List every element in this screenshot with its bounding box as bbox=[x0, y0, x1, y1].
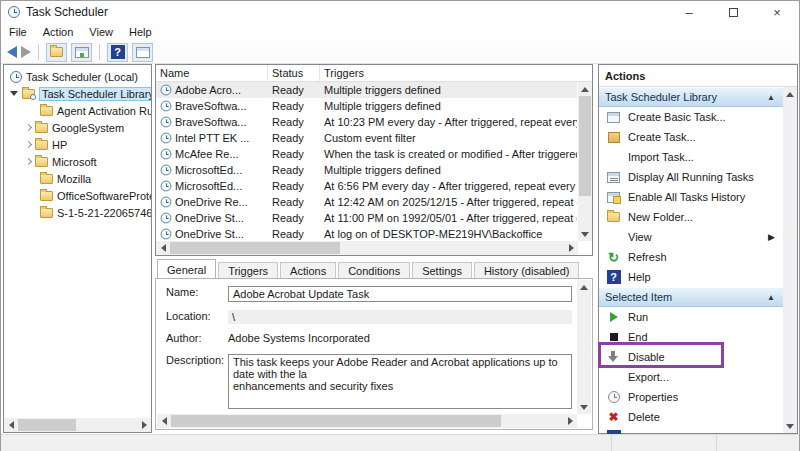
scroll-left-icon[interactable] bbox=[4, 418, 18, 432]
minimize-button[interactable]: – bbox=[667, 1, 711, 23]
scrollbar-thumb[interactable] bbox=[579, 96, 591, 196]
tab-triggers[interactable]: Triggers bbox=[218, 262, 278, 278]
tab-settings[interactable]: Settings bbox=[412, 262, 472, 278]
tree-item-root[interactable]: Task Scheduler (Local) bbox=[4, 68, 151, 85]
tree-item-agent-activation[interactable]: Agent Activation Runt bbox=[4, 102, 151, 119]
action-display-running-tasks[interactable]: Display All Running Tasks bbox=[599, 167, 783, 187]
details-vertical-scrollbar[interactable] bbox=[577, 280, 591, 414]
action-import-task[interactable]: Import Task... bbox=[599, 147, 783, 167]
task-list-horizontal-scrollbar[interactable] bbox=[156, 241, 578, 255]
column-header-status[interactable]: Status bbox=[268, 65, 320, 81]
scroll-right-icon[interactable] bbox=[563, 414, 577, 428]
task-triggers: Multiple triggers defined bbox=[320, 164, 577, 176]
tree-item-mozilla[interactable]: Mozilla bbox=[4, 170, 151, 187]
table-row[interactable]: OneDrive St... Ready At log on of DESKTO… bbox=[156, 226, 577, 241]
tree-item-googlesystem[interactable]: GoogleSystem bbox=[4, 119, 151, 136]
scrollbar-thumb[interactable] bbox=[170, 242, 340, 254]
chevron-collapsed-icon[interactable] bbox=[25, 158, 32, 165]
action-view[interactable]: View ▶ bbox=[599, 227, 783, 247]
tree-item-hp[interactable]: HP bbox=[4, 136, 151, 153]
column-header-triggers[interactable]: Triggers bbox=[320, 65, 577, 81]
scroll-right-icon[interactable] bbox=[564, 241, 578, 255]
action-help[interactable]: ? Help bbox=[599, 267, 783, 287]
close-button[interactable]: × bbox=[755, 1, 799, 23]
table-row[interactable]: Intel PTT EK ... Ready Custom event filt… bbox=[156, 130, 577, 146]
tab-conditions[interactable]: Conditions bbox=[338, 262, 410, 278]
action-new-folder[interactable]: New Folder... bbox=[599, 207, 783, 227]
task-name: Intel PTT EK ... bbox=[175, 132, 249, 144]
action-create-task[interactable]: Create Task... bbox=[599, 127, 783, 147]
chevron-collapsed-icon[interactable] bbox=[25, 124, 32, 131]
forward-icon[interactable] bbox=[21, 46, 31, 58]
table-row[interactable]: BraveSoftwa... Ready At 10:23 PM every d… bbox=[156, 114, 577, 130]
column-header-name[interactable]: Name bbox=[156, 65, 268, 81]
table-row[interactable]: MicrosoftEd... Ready Multiple triggers d… bbox=[156, 162, 577, 178]
actions-vertical-scrollbar[interactable] bbox=[783, 87, 797, 433]
menu-help[interactable]: Help bbox=[121, 24, 160, 40]
section-header-library[interactable]: Task Scheduler Library ▲ bbox=[599, 87, 783, 107]
toolbar-help-button[interactable]: ? bbox=[107, 43, 128, 62]
task-scheduler-window: Task Scheduler – × File Action View Help… bbox=[0, 0, 800, 451]
scroll-down-icon[interactable] bbox=[577, 400, 591, 414]
details-horizontal-scrollbar[interactable] bbox=[157, 414, 577, 428]
back-icon[interactable] bbox=[7, 46, 17, 58]
menu-view[interactable]: View bbox=[81, 24, 121, 40]
action-end[interactable]: End bbox=[599, 327, 783, 347]
show-console-tree-button[interactable] bbox=[71, 43, 92, 62]
scroll-left-icon[interactable] bbox=[157, 414, 171, 428]
tree-item-sid[interactable]: S-1-5-21-2206574608- bbox=[4, 204, 151, 221]
action-label: Help bbox=[628, 271, 651, 283]
maximize-button[interactable] bbox=[711, 1, 755, 23]
actions-pane-title: Actions bbox=[599, 65, 797, 87]
tab-history[interactable]: History (disabled) bbox=[474, 262, 580, 278]
chevron-expanded-icon[interactable] bbox=[10, 91, 18, 96]
action-enable-history[interactable]: Enable All Tasks History bbox=[599, 187, 783, 207]
table-row[interactable]: McAfee Re... Ready When the task is crea… bbox=[156, 146, 577, 162]
action-properties[interactable]: Properties bbox=[599, 387, 783, 407]
tree-horizontal-scrollbar[interactable] bbox=[4, 418, 151, 432]
task-clock-icon bbox=[161, 181, 172, 192]
show-action-pane-button[interactable] bbox=[132, 43, 153, 62]
scrollbar-thumb[interactable] bbox=[18, 419, 76, 431]
menu-file[interactable]: File bbox=[1, 24, 35, 40]
tree-item-library[interactable]: Task Scheduler Library bbox=[4, 85, 151, 102]
action-delete[interactable]: ✖ Delete bbox=[599, 407, 783, 427]
table-row[interactable]: MicrosoftEd... Ready At 6:56 PM every da… bbox=[156, 178, 577, 194]
scroll-down-icon[interactable] bbox=[578, 227, 592, 241]
action-export[interactable]: Export... bbox=[599, 367, 783, 387]
collapse-icon[interactable]: ▲ bbox=[767, 93, 775, 102]
scroll-up-icon[interactable] bbox=[577, 280, 591, 294]
chevron-collapsed-icon[interactable] bbox=[25, 141, 32, 148]
description-line2: enhancements and security fixes bbox=[233, 380, 393, 392]
action-refresh[interactable]: ↻ Refresh bbox=[599, 247, 783, 267]
task-clock-icon bbox=[161, 117, 172, 128]
tab-actions[interactable]: Actions bbox=[280, 262, 336, 278]
collapse-icon[interactable]: ▲ bbox=[767, 293, 775, 302]
scroll-right-icon[interactable] bbox=[137, 418, 151, 432]
tree-item-microsoft[interactable]: Microsoft bbox=[4, 153, 151, 170]
export-list-button[interactable] bbox=[46, 43, 67, 62]
menu-action[interactable]: Action bbox=[35, 24, 82, 40]
tab-general[interactable]: General bbox=[157, 259, 216, 278]
task-list-vertical-scrollbar[interactable] bbox=[578, 82, 592, 241]
scroll-up-icon[interactable] bbox=[783, 87, 797, 101]
section-header-selected-item[interactable]: Selected Item ▲ bbox=[599, 287, 783, 307]
action-run[interactable]: Run bbox=[599, 307, 783, 327]
scroll-down-icon[interactable] bbox=[783, 419, 797, 433]
tree-item-officesoftware[interactable]: OfficeSoftwareProtect bbox=[4, 187, 151, 204]
description-field[interactable]: This task keeps your Adobe Reader and Ac… bbox=[228, 354, 572, 409]
scroll-left-icon[interactable] bbox=[156, 241, 170, 255]
name-field[interactable]: Adobe Acrobat Update Task bbox=[228, 286, 572, 302]
scrollbar-thumb[interactable] bbox=[171, 415, 501, 427]
table-row[interactable]: Adobe Acro... Ready Multiple triggers de… bbox=[156, 82, 577, 98]
table-row[interactable]: BraveSoftwa... Ready Multiple triggers d… bbox=[156, 98, 577, 114]
task-clock-icon bbox=[161, 85, 172, 96]
table-row[interactable]: OneDrive St... Ready At 11:00 PM on 1992… bbox=[156, 210, 577, 226]
scroll-up-icon[interactable] bbox=[578, 82, 592, 96]
action-create-basic-task[interactable]: Create Basic Task... bbox=[599, 107, 783, 127]
toolbar: ? bbox=[1, 41, 799, 64]
action-disable[interactable]: Disable bbox=[599, 347, 783, 367]
tree-item-label: Mozilla bbox=[57, 173, 91, 185]
table-row[interactable]: OneDrive Re... Ready At 12:42 AM on 2025… bbox=[156, 194, 577, 210]
section-header-label: Task Scheduler Library bbox=[605, 91, 717, 103]
